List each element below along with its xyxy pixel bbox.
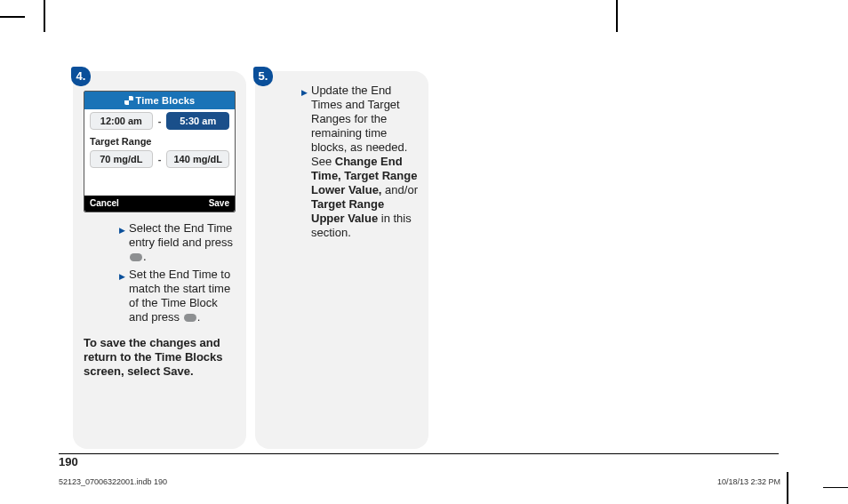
dash: - (158, 153, 162, 165)
crop-mark (44, 0, 45, 32)
crop-mark (787, 472, 788, 504)
crop-mark (0, 16, 25, 18)
dash: - (158, 115, 162, 127)
crop-mark (823, 487, 848, 489)
instruction-strong: Target Range Upper Value (311, 197, 384, 225)
print-job-line: 52123_07006322001.indb 190 10/18/13 2:32… (59, 477, 780, 486)
job-file: 52123_07006322001.indb 190 (59, 477, 167, 486)
step-card-5: 5. Update the End Times and Target Range… (255, 71, 428, 449)
step-card-4: 4. Time Blocks 12:00 am - 5:30 am Target… (73, 71, 246, 449)
range-high-field: 140 mg/dL (166, 150, 229, 168)
device-screenshot: Time Blocks 12:00 am - 5:30 am Target Ra… (84, 91, 236, 212)
start-time-field: 12:00 am (90, 112, 153, 130)
footer-rule (59, 453, 779, 454)
softkey-cancel: Cancel (90, 197, 119, 210)
step-badge: 4. (71, 67, 91, 86)
device-time-row: 12:00 am - 5:30 am (84, 109, 235, 132)
instruction-text: Set the End Time to match the start time… (129, 268, 230, 324)
list-item: Select the End Time entry field and pres… (119, 221, 236, 264)
card-row: 4. Time Blocks 12:00 am - 5:30 am Target… (73, 71, 428, 449)
range-low-field: 70 mg/dL (90, 150, 153, 168)
instruction-text: Select the End Time entry field and pres… (129, 221, 233, 249)
target-range-label: Target Range (84, 132, 235, 148)
device-range-row: 70 mg/dL - 140 mg/dL (84, 148, 235, 171)
end-time-field: 5:30 am (166, 112, 229, 130)
crop-mark (616, 0, 618, 32)
button-icon (130, 253, 142, 261)
device-titlebar: Time Blocks (84, 92, 235, 109)
device-softkeys: Cancel Save (84, 196, 235, 212)
job-stamp: 10/18/13 2:32 PM (717, 477, 780, 486)
instruction-text: and/or (381, 183, 417, 196)
list-item: Update the End Times and Target Ranges f… (301, 84, 418, 240)
page-footer: 190 (59, 456, 78, 468)
save-note: To save the changes and return to the Ti… (84, 336, 236, 379)
instruction-list: Update the End Times and Target Ranges f… (266, 84, 418, 240)
page-number: 190 (59, 455, 78, 468)
softkey-save: Save (209, 197, 229, 210)
step-badge: 5. (253, 67, 273, 86)
list-item: Set the End Time to match the start time… (119, 268, 236, 324)
clock-icon (124, 96, 133, 105)
instruction-list: Select the End Time entry field and pres… (84, 221, 236, 324)
device-title: Time Blocks (136, 95, 196, 106)
button-icon (184, 314, 196, 322)
